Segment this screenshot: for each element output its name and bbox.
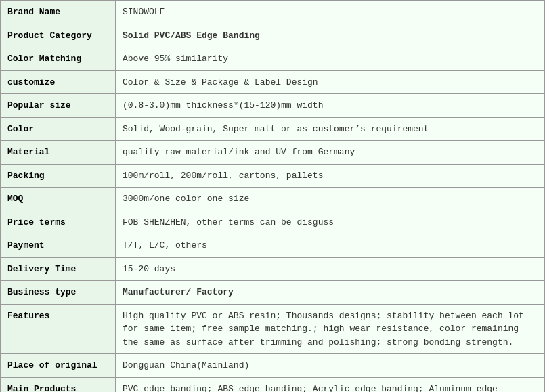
row-value: High quality PVC or ABS resin; Thousands… xyxy=(116,304,545,354)
table-row: Packing100m/roll, 200m/roll, cartons, pa… xyxy=(1,164,545,188)
row-value: FOB SHENZHEN, other terms can be disguss xyxy=(116,211,545,234)
table-row: ColorSolid, Wood-grain, Super matt or as… xyxy=(1,117,545,141)
row-value: T/T, L/C, others xyxy=(116,234,545,258)
row-label: Place of original xyxy=(1,354,116,378)
row-value: 15-20 days xyxy=(116,257,545,281)
table-row: Brand NameSINOWOLF xyxy=(1,1,545,24)
row-value: PVC edge banding; ABS edge banding; Acry… xyxy=(116,377,545,392)
row-label: Main Products xyxy=(1,377,116,392)
row-label: Color Matching xyxy=(1,47,116,71)
table-row: FeaturesHigh quality PVC or ABS resin; T… xyxy=(1,304,545,354)
row-label: Material xyxy=(1,141,116,165)
row-value: Solid PVC/ABS Edge Banding xyxy=(116,24,545,47)
table-row: Product CategorySolid PVC/ABS Edge Bandi… xyxy=(1,24,545,47)
row-label: Packing xyxy=(1,164,116,188)
row-label: customize xyxy=(1,70,116,94)
row-label: Delivery Time xyxy=(1,257,116,281)
table-row: PaymentT/T, L/C, others xyxy=(1,234,545,258)
table-row: Materialquality raw material/ink and UV … xyxy=(1,141,545,165)
table-row: Delivery Time15-20 days xyxy=(1,257,545,281)
row-label: Business type xyxy=(1,281,116,305)
table-row: Color MatchingAbove 95% similarity xyxy=(1,47,545,71)
row-value: quality raw material/ink and UV from Ger… xyxy=(116,141,545,165)
row-value: Above 95% similarity xyxy=(116,47,545,71)
row-value: 3000m/one color one size xyxy=(116,188,545,211)
table-row: Business typeManufacturer/ Factory xyxy=(1,281,545,305)
table-row: MOQ3000m/one color one size xyxy=(1,188,545,211)
row-label: Product Category xyxy=(1,24,116,47)
product-info-table: Brand NameSINOWOLFProduct CategorySolid … xyxy=(0,0,545,392)
row-value: Manufacturer/ Factory xyxy=(116,281,545,305)
table-row: customizeColor & Size & Package & Label … xyxy=(1,70,545,94)
table-row: Price termsFOB SHENZHEN, other terms can… xyxy=(1,211,545,234)
row-value: 100m/roll, 200m/roll, cartons, pallets xyxy=(116,164,545,188)
row-label: Payment xyxy=(1,234,116,258)
row-label: Features xyxy=(1,304,116,354)
row-value: (0.8-3.0)mm thickness*(15-120)mm width xyxy=(116,94,545,118)
row-value: Color & Size & Package & Label Design xyxy=(116,70,545,94)
row-label: MOQ xyxy=(1,188,116,211)
row-value: SINOWOLF xyxy=(116,1,545,24)
row-label: Price terms xyxy=(1,211,116,234)
row-label: Popular size xyxy=(1,94,116,118)
row-value: Solid, Wood-grain, Super matt or as cust… xyxy=(116,117,545,141)
table-row: Place of originalDongguan China(Mainland… xyxy=(1,354,545,378)
table-row: Popular size(0.8-3.0)mm thickness*(15-12… xyxy=(1,94,545,118)
row-value: Dongguan China(Mainland) xyxy=(116,354,545,378)
row-label: Color xyxy=(1,117,116,141)
row-label: Brand Name xyxy=(1,1,116,24)
table-row: Main ProductsPVC edge banding; ABS edge … xyxy=(1,377,545,392)
